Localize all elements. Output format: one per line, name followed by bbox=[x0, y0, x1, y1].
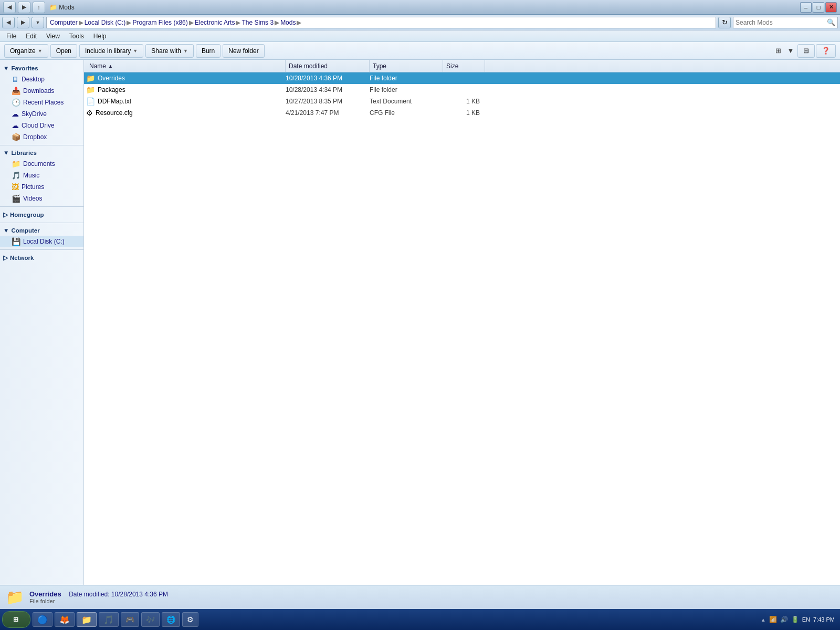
menu-bar: File Edit View Tools Help bbox=[0, 30, 840, 42]
taskbar-firefox-button[interactable]: 🦊 bbox=[55, 612, 75, 627]
sidebar-item-pictures[interactable]: 🖼 Pictures bbox=[0, 181, 83, 193]
table-row[interactable]: ⚙ Resource.cfg 4/21/2013 7:47 PM CFG Fil… bbox=[84, 107, 840, 119]
breadcrumb-electronicarts[interactable]: Electronic Arts bbox=[195, 19, 235, 26]
breadcrumb-computer[interactable]: Computer bbox=[50, 19, 78, 26]
sidebar-recent-places-label: Recent Places bbox=[23, 99, 64, 106]
maximize-button[interactable]: □ bbox=[813, 2, 824, 13]
sidebar-item-dropbox[interactable]: 📦 Dropbox bbox=[0, 131, 83, 143]
sidebar-computer-header[interactable]: ▼ Computer bbox=[0, 225, 83, 236]
back-button[interactable]: ◀ bbox=[3, 2, 16, 13]
desktop-icon: 🖥 bbox=[12, 75, 19, 83]
table-row[interactable]: 📄 DDFMap.txt 10/27/2013 8:35 PM Text Doc… bbox=[84, 96, 840, 107]
menu-tools[interactable]: Tools bbox=[65, 32, 88, 41]
sidebar-item-skydrive[interactable]: ☁ SkyDrive bbox=[0, 108, 83, 120]
sidebar-item-documents[interactable]: 📁 Documents bbox=[0, 158, 83, 170]
taskbar-explorer-button[interactable]: 📁 bbox=[77, 612, 97, 627]
documents-icon: 📁 bbox=[12, 160, 20, 168]
file-name: Overrides bbox=[98, 75, 125, 82]
sidebar-item-music[interactable]: 🎵 Music bbox=[0, 170, 83, 181]
close-button[interactable]: ✕ bbox=[825, 2, 837, 13]
toolbar: Organize ▼ Open Include in library ▼ Sha… bbox=[0, 42, 840, 60]
recent-locations-button[interactable]: ▼ bbox=[32, 17, 44, 28]
menu-file[interactable]: File bbox=[2, 32, 20, 41]
breadcrumb[interactable]: Computer ▶ Local Disk (C:) ▶ Program Fil… bbox=[46, 17, 716, 28]
share-with-label: Share with bbox=[151, 47, 181, 55]
search-icon[interactable]: 🔍 bbox=[827, 18, 835, 26]
view-dropdown-button[interactable]: ▼ bbox=[785, 45, 796, 57]
hide-preview-button[interactable]: ⊟ bbox=[797, 44, 815, 58]
table-row[interactable]: 📁 Overrides 10/28/2013 4:36 PM File fold… bbox=[84, 72, 840, 84]
taskbar-itunes-button[interactable]: 🎶 bbox=[141, 612, 160, 627]
sidebar-item-desktop[interactable]: 🖥 Desktop bbox=[0, 74, 83, 85]
recent-places-icon: 🕐 bbox=[12, 98, 20, 107]
system-clock[interactable]: 7:43 PM bbox=[813, 616, 835, 623]
battery-tray-icon[interactable]: 🔋 bbox=[791, 616, 799, 623]
breadcrumb-mods[interactable]: Mods bbox=[280, 19, 296, 26]
taskbar-steam-button[interactable]: 🎮 bbox=[121, 612, 139, 627]
taskbar-chrome-button[interactable]: 🌐 bbox=[162, 612, 180, 627]
folder-icon: 📁 bbox=[86, 74, 95, 82]
file-date: 10/28/2013 4:36 PM bbox=[286, 75, 370, 82]
libraries-label: Libraries bbox=[11, 150, 37, 156]
sidebar-favorites-header[interactable]: ▼ Favorites bbox=[0, 63, 83, 74]
col-header-name[interactable]: Name ▲ bbox=[86, 60, 286, 72]
start-button[interactable]: ⊞ bbox=[2, 611, 30, 628]
sidebar-item-local-disk[interactable]: 💾 Local Disk (C:) bbox=[0, 236, 83, 247]
breadcrumb-programfiles[interactable]: Program Files (x86) bbox=[132, 19, 187, 26]
forward-button[interactable]: ▶ bbox=[18, 2, 30, 13]
open-button[interactable]: Open bbox=[50, 44, 77, 58]
minimize-button[interactable]: – bbox=[800, 2, 812, 13]
file-type: CFG File bbox=[370, 109, 443, 117]
volume-tray-icon[interactable]: 🔊 bbox=[780, 616, 788, 623]
col-header-size[interactable]: Size bbox=[443, 60, 485, 72]
window-controls: – □ ✕ bbox=[800, 2, 837, 13]
taskbar-ie-button[interactable]: 🔵 bbox=[33, 612, 52, 627]
skydrive-icon: ☁ bbox=[12, 110, 19, 118]
breadcrumb-localdisk[interactable]: Local Disk (C:) bbox=[85, 19, 126, 26]
new-folder-button[interactable]: New folder bbox=[223, 44, 264, 58]
back-nav-button[interactable]: ◀ bbox=[2, 17, 15, 28]
expand-tray-icon[interactable]: ▲ bbox=[761, 617, 766, 623]
sidebar-item-downloads[interactable]: 📥 Downloads bbox=[0, 85, 83, 97]
sidebar-dropbox-label: Dropbox bbox=[23, 133, 47, 141]
sidebar-skydrive-label: SkyDrive bbox=[22, 110, 47, 118]
homegroup-collapse-icon: ▷ bbox=[3, 211, 8, 218]
sidebar-homegroup-header[interactable]: ▷ Homegroup bbox=[0, 209, 83, 220]
help-button[interactable]: ❓ bbox=[816, 44, 836, 58]
file-name: Packages bbox=[98, 86, 125, 93]
sidebar-divider-2 bbox=[0, 206, 83, 207]
taskbar-misc-button[interactable]: ⚙ bbox=[182, 612, 198, 627]
sidebar-item-cloud-drive[interactable]: ☁ Cloud Drive bbox=[0, 120, 83, 131]
sidebar-item-recent-places[interactable]: 🕐 Recent Places bbox=[0, 97, 83, 108]
include-in-library-button[interactable]: Include in library ▼ bbox=[79, 44, 143, 58]
file-size: 1 KB bbox=[443, 109, 485, 117]
extra-large-icons-button[interactable]: ⊞ bbox=[772, 45, 784, 57]
share-with-button[interactable]: Share with ▼ bbox=[145, 44, 194, 58]
file-name: Resource.cfg bbox=[96, 109, 133, 117]
menu-help[interactable]: Help bbox=[89, 32, 111, 41]
refresh-button[interactable]: ↻ bbox=[718, 17, 731, 28]
breadcrumb-sims3[interactable]: The Sims 3 bbox=[242, 19, 274, 26]
col-header-date[interactable]: Date modified bbox=[286, 60, 370, 72]
col-header-type[interactable]: Type bbox=[370, 60, 443, 72]
network-tray-icon[interactable]: 📶 bbox=[769, 616, 777, 623]
address-bar: ◀ ▶ ▼ Computer ▶ Local Disk (C:) ▶ Progr… bbox=[0, 15, 840, 30]
forward-nav-button[interactable]: ▶ bbox=[17, 17, 29, 28]
taskbar-right: ▲ 📶 🔊 🔋 EN 7:43 PM bbox=[761, 616, 838, 623]
sidebar-network-header[interactable]: ▷ Network bbox=[0, 252, 83, 264]
sidebar-item-videos[interactable]: 🎬 Videos bbox=[0, 193, 83, 204]
search-input[interactable] bbox=[736, 19, 827, 26]
organize-button[interactable]: Organize ▼ bbox=[4, 44, 48, 58]
open-label: Open bbox=[56, 47, 71, 55]
file-date: 10/27/2013 8:35 PM bbox=[286, 98, 370, 105]
file-date: 4/21/2013 7:47 PM bbox=[286, 109, 370, 117]
sidebar-pictures-label: Pictures bbox=[22, 183, 44, 191]
table-row[interactable]: 📁 Packages 10/28/2013 4:34 PM File folde… bbox=[84, 84, 840, 96]
menu-edit[interactable]: Edit bbox=[22, 32, 41, 41]
burn-button[interactable]: Burn bbox=[196, 44, 220, 58]
up-button[interactable]: ↑ bbox=[33, 2, 45, 13]
language-indicator[interactable]: EN bbox=[802, 616, 810, 623]
taskbar-winamp-button[interactable]: 🎵 bbox=[99, 612, 119, 627]
sidebar-libraries-header[interactable]: ▼ Libraries bbox=[0, 148, 83, 158]
menu-view[interactable]: View bbox=[42, 32, 64, 41]
